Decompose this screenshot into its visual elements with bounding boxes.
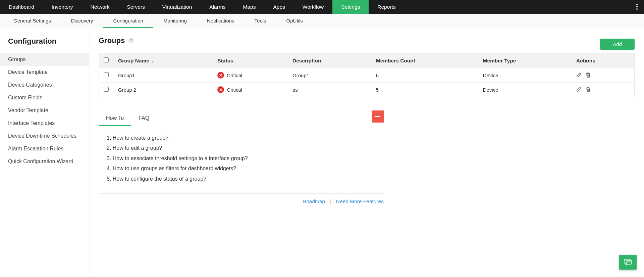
critical-icon: ✕	[217, 72, 224, 79]
table-row: Group 2✕Criticalas5Device	[99, 83, 635, 97]
svg-rect-4	[626, 261, 632, 264]
topnav-item-dashboard[interactable]: Dashboard	[0, 0, 43, 14]
cell-members-count: 5	[371, 83, 478, 97]
top-nav: DashboardInventoryNetworkServersVirtuali…	[0, 0, 644, 14]
sidebar-item-device-template[interactable]: Device Template	[0, 66, 89, 79]
howto-item[interactable]: 4. How to use groups as filters for dash…	[107, 164, 378, 174]
need-more-features-link[interactable]: Need More Features	[336, 198, 384, 204]
svg-point-2	[636, 8, 638, 10]
topnav-item-reports[interactable]: Reports	[369, 0, 404, 14]
howto-tabs: How ToFAQ	[99, 112, 384, 126]
howto-tab-faq[interactable]: FAQ	[131, 112, 157, 126]
chat-button[interactable]	[619, 255, 637, 270]
select-all-checkbox[interactable]	[104, 57, 109, 62]
cell-members-count: 6	[371, 68, 478, 83]
cell-group-name[interactable]: Group 2	[113, 83, 213, 97]
sidebar-item-interface-templates[interactable]: Interface Templates	[0, 117, 89, 130]
subnav-item-tools[interactable]: Tools	[245, 14, 276, 28]
topnav-item-virtualization[interactable]: Virtualization	[154, 0, 201, 14]
row-checkbox[interactable]	[104, 72, 109, 77]
howto-minimize-button[interactable]	[372, 110, 384, 123]
cell-status: ✕Critical	[217, 86, 283, 93]
row-checkbox[interactable]	[104, 87, 109, 92]
cell-status: ✕Critical	[217, 72, 283, 79]
sidebar: Configuration GroupsDevice TemplateDevic…	[0, 28, 89, 273]
sidebar-item-groups[interactable]: Groups	[0, 53, 89, 66]
sidebar-title: Configuration	[0, 35, 89, 53]
roadmap-link[interactable]: Roadmap	[303, 198, 325, 204]
col-status[interactable]: Status	[213, 53, 288, 68]
sidebar-item-quick-configuration-wizard[interactable]: Quick Configuration Wizard	[0, 155, 89, 168]
cell-description: as	[288, 83, 371, 97]
cell-description: Group1	[288, 68, 371, 83]
subnav-item-monitoring[interactable]: Monitoring	[153, 14, 197, 28]
subnav-item-configuration[interactable]: Configuration	[103, 14, 153, 28]
topnav-item-maps[interactable]: Maps	[234, 0, 265, 14]
chat-icon	[624, 258, 632, 266]
howto-item[interactable]: 3. How to associate threshold settings t…	[107, 153, 378, 164]
table-row: Group1✕CriticalGroup16Device	[99, 68, 635, 83]
sort-indicator-icon: ▲	[151, 59, 154, 63]
cell-group-name[interactable]: Group1	[113, 68, 213, 83]
col-group-name[interactable]: Group Name▲	[113, 53, 213, 68]
topnav-item-servers[interactable]: Servers	[118, 0, 153, 14]
critical-icon: ✕	[217, 86, 224, 93]
add-button[interactable]: Add	[600, 39, 635, 50]
subnav-item-notifications[interactable]: Notifications	[197, 14, 245, 28]
subnav-item-general-settings[interactable]: General Settings	[3, 14, 61, 28]
topnav-item-settings[interactable]: Settings	[332, 0, 369, 14]
subnav-item-oputils[interactable]: OpUtils	[276, 14, 313, 28]
sidebar-item-alarm-escalation-rules[interactable]: Alarm Escalation Rules	[0, 142, 89, 155]
topnav-item-network[interactable]: Network	[82, 0, 118, 14]
howto-tab-how-to[interactable]: How To	[99, 112, 131, 126]
minus-icon	[375, 116, 380, 117]
howto-item[interactable]: 1. How to create a group?	[107, 133, 378, 143]
topnav-item-apps[interactable]: Apps	[264, 0, 293, 14]
cell-member-type: Device	[478, 83, 572, 97]
svg-point-1	[636, 6, 638, 7]
svg-point-0	[636, 4, 638, 5]
edit-icon[interactable]	[576, 87, 586, 93]
sidebar-item-vendor-template[interactable]: Vendor Template	[0, 104, 89, 117]
sidebar-item-device-downtime-schedules[interactable]: Device Downtime Schedules	[0, 130, 89, 142]
subnav-item-discovery[interactable]: Discovery	[61, 14, 103, 28]
page-title: Groups	[99, 36, 125, 45]
more-menu-icon[interactable]	[634, 2, 640, 12]
groups-table: Group Name▲ Status Description Members C…	[99, 53, 635, 97]
help-icon[interactable]: ?	[128, 38, 134, 44]
howto-item[interactable]: 2. How to edit a group?	[107, 143, 378, 153]
cell-member-type: Device	[478, 68, 572, 83]
topnav-item-inventory[interactable]: Inventory	[43, 0, 82, 14]
howto-item[interactable]: 5. How to configure the status of a grou…	[107, 174, 378, 184]
sidebar-item-custom-fields[interactable]: Custom Fields	[0, 91, 89, 104]
col-member-type[interactable]: Member Type	[478, 53, 572, 68]
sidebar-item-device-categories[interactable]: Device Categories	[0, 79, 89, 91]
topnav-item-workflow[interactable]: Workflow	[294, 0, 332, 14]
topnav-item-alarms[interactable]: Alarms	[201, 0, 234, 14]
delete-icon[interactable]	[586, 73, 595, 79]
footer-links: Roadmap | Need More Features	[99, 198, 384, 204]
sub-nav: General SettingsDiscoveryConfigurationMo…	[0, 14, 644, 28]
howto-panel: How ToFAQ 1. How to create a group?2. Ho…	[99, 112, 384, 194]
col-members-count[interactable]: Members Count	[371, 53, 478, 68]
edit-icon[interactable]	[576, 73, 586, 79]
delete-icon[interactable]	[586, 87, 595, 93]
col-actions: Actions	[572, 53, 635, 68]
main-content: Groups ? Add Group Name▲ Status Descript…	[89, 28, 644, 273]
col-description[interactable]: Description	[288, 53, 371, 68]
